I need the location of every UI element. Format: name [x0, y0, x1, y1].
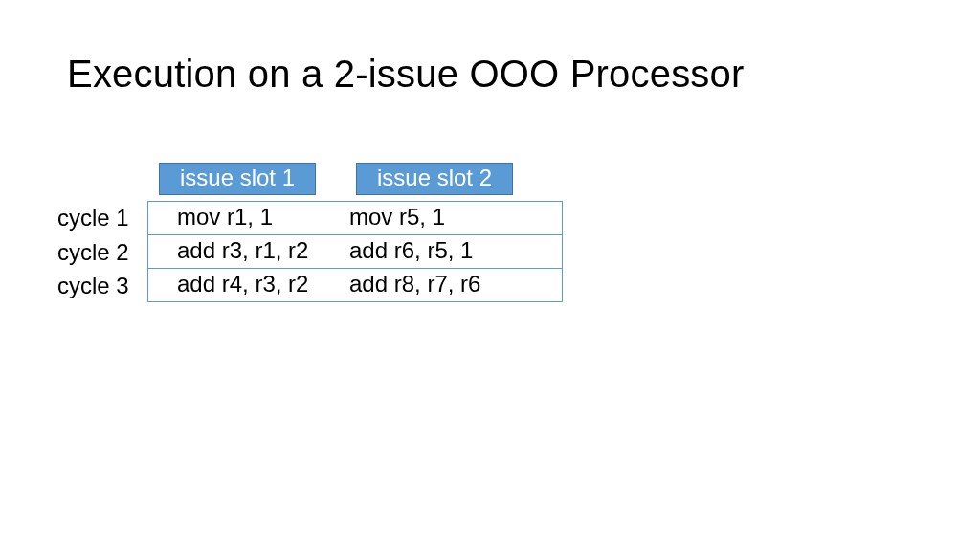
slot-headers: issue slot 1 issue slot 2: [159, 163, 563, 195]
issue-slot-2-header: issue slot 2: [356, 163, 513, 195]
row-cells: add r4, r3, r2 add r8, r7, r6: [147, 269, 563, 302]
cycle-label: cycle 2: [57, 239, 147, 266]
cell-slot2: add r8, r7, r6: [340, 269, 562, 301]
execution-table: issue slot 1 issue slot 2 cycle 1 mov r1…: [57, 163, 563, 302]
issue-slot-1-header: issue slot 1: [159, 163, 316, 195]
cycle-label: cycle 1: [57, 205, 147, 231]
cell-slot1: mov r1, 1: [148, 202, 340, 234]
slide-title: Execution on a 2-issue OOO Processor: [67, 53, 745, 96]
cycle-label: cycle 3: [57, 273, 147, 299]
table-row: cycle 3 add r4, r3, r2 add r8, r7, r6: [57, 269, 563, 302]
cell-slot1: add r4, r3, r2: [148, 269, 340, 301]
row-cells: mov r1, 1 mov r5, 1: [147, 201, 563, 235]
row-cells: add r3, r1, r2 add r6, r5, 1: [147, 235, 563, 269]
cell-slot2: add r6, r5, 1: [340, 235, 562, 268]
table-row: cycle 2 add r3, r1, r2 add r6, r5, 1: [57, 235, 563, 269]
cell-slot2: mov r5, 1: [340, 202, 562, 234]
cell-slot1: add r3, r1, r2: [148, 235, 340, 268]
table-row: cycle 1 mov r1, 1 mov r5, 1: [57, 201, 563, 235]
slide: Execution on a 2-issue OOO Processor iss…: [0, 0, 980, 551]
